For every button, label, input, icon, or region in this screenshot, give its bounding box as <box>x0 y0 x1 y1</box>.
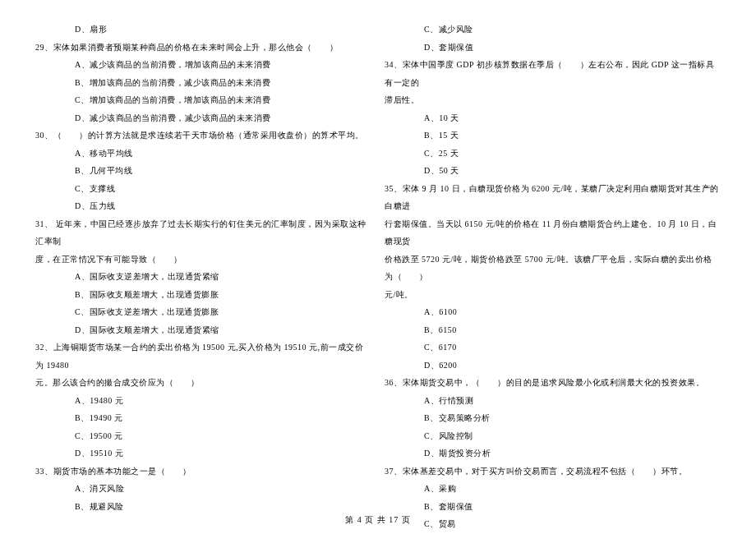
q37-stem: 37、宋体基差交易中，对于买方叫价交易而言，交易流程不包括（ ）环节。 <box>385 463 721 481</box>
q37-option-b: B、套期保值 <box>385 498 721 516</box>
q34-stem-line2: 滞后性。 <box>385 91 721 109</box>
q31-option-d: D、国际收支顺差增大，出现通货紧缩 <box>35 321 371 339</box>
q31-option-b: B、国际收支顺差增大，出现通货膨胀 <box>35 286 371 304</box>
q33-option-a: A、消灭风险 <box>35 480 371 498</box>
q36-option-c: C、风险控制 <box>385 427 721 445</box>
q34-option-c: C、25 天 <box>385 145 721 163</box>
page-footer: 第 4 页 共 17 页 <box>0 514 756 526</box>
q36-stem: 36、宋体期货交易中，（ ）的目的是追求风险最小化或利润最大化的投资效果。 <box>385 374 721 392</box>
q32-stem-line2: 元。那么该合约的撮合成交价应为（ ） <box>35 374 371 392</box>
q29-option-d: D、减少该商品的当前消费，减少该商品的未来消费 <box>35 109 371 127</box>
q32-option-a: A、19480 元 <box>35 392 371 410</box>
q33-option-c: C、减少风险 <box>385 21 721 39</box>
q31-option-c: C、国际收支逆差增大，出现通货膨胀 <box>35 303 371 321</box>
q35-option-d: D、6200 <box>385 357 721 375</box>
q35-stem-line4: 元/吨。 <box>385 286 721 304</box>
q35-stem-line2: 行套期保值。当天以 6150 元/吨的价格在 11 月份白糖期货合约上建仓。10… <box>385 215 721 251</box>
q37-option-a: A、采购 <box>385 480 721 498</box>
q33-option-d: D、套期保值 <box>385 39 721 57</box>
q34-option-b: B、15 天 <box>385 127 721 145</box>
left-column: D、扇形 29、宋体如果消费者预期某种商品的价格在未来时间会上升，那么他会（ ）… <box>29 21 378 508</box>
page-content: D、扇形 29、宋体如果消费者预期某种商品的价格在未来时间会上升，那么他会（ ）… <box>0 0 756 508</box>
q34-option-d: D、50 天 <box>385 162 721 180</box>
right-column: C、减少风险 D、套期保值 34、宋体中国季度 GDP 初步核算数据在季后（ ）… <box>378 21 727 508</box>
q32-option-b: B、19490 元 <box>35 409 371 427</box>
q35-stem-line1: 35、宋体 9 月 10 日，白糖现货价格为 6200 元/吨，某糖厂决定利用白… <box>385 180 721 215</box>
q35-stem-line3: 价格跌至 5720 元/吨，期货价格跌至 5700 元/吨。该糖厂平仓后，实际白… <box>385 251 721 286</box>
q30-option-a: A、移动平均线 <box>35 145 371 163</box>
q34-stem-line1: 34、宋体中国季度 GDP 初步核算数据在季后（ ）左右公布，因此 GDP 这一… <box>385 56 721 91</box>
q29-option-b: B、增加该商品的当前消费，减少该商品的未来消费 <box>35 74 371 92</box>
q29-option-a: A、减少该商品的当前消费，增加该商品的未来消费 <box>35 56 371 74</box>
q36-option-d: D、期货投资分析 <box>385 444 721 463</box>
q29-option-c: C、增加该商品的当前消费，增加该商品的未来消费 <box>35 91 371 109</box>
q31-stem-line1: 31、 近年来，中国已经逐步放弃了过去长期实行的钉住美元的汇率制度，因为采取这种… <box>35 215 371 251</box>
q30-option-b: B、几何平均线 <box>35 162 371 180</box>
q29-stem: 29、宋体如果消费者预期某种商品的价格在未来时间会上升，那么他会（ ） <box>35 39 371 57</box>
q30-stem: 30、（ ）的计算方法就是求连续若干天市场价格（通常采用收盘价）的算术平均。 <box>35 127 371 145</box>
q32-option-c: C、19500 元 <box>35 427 371 445</box>
q33-option-b: B、规避风险 <box>35 498 371 516</box>
q32-stem-line1: 32、上海铜期货市场某一合约的卖出价格为 19500 元,买入价格为 19510… <box>35 338 371 374</box>
q35-option-b: B、6150 <box>385 321 721 339</box>
q31-option-a: A、国际收支逆差增大，出现通货紧缩 <box>35 268 371 286</box>
q31-stem-line2: 度，在正常情况下有可能导致（ ） <box>35 251 371 269</box>
q35-option-c: C、6170 <box>385 338 721 357</box>
q36-option-a: A、行情预测 <box>385 392 721 410</box>
q36-option-b: B、交易策略分析 <box>385 409 721 427</box>
q30-option-d: D、压力线 <box>35 197 371 215</box>
q28-option-d: D、扇形 <box>35 21 371 39</box>
q35-option-a: A、6100 <box>385 303 721 321</box>
q32-option-d: D、19510 元 <box>35 444 371 463</box>
q34-option-a: A、10 天 <box>385 109 721 127</box>
q30-option-c: C、支撑线 <box>35 180 371 198</box>
q33-stem: 33、期货市场的基本功能之一是（ ） <box>35 463 371 481</box>
